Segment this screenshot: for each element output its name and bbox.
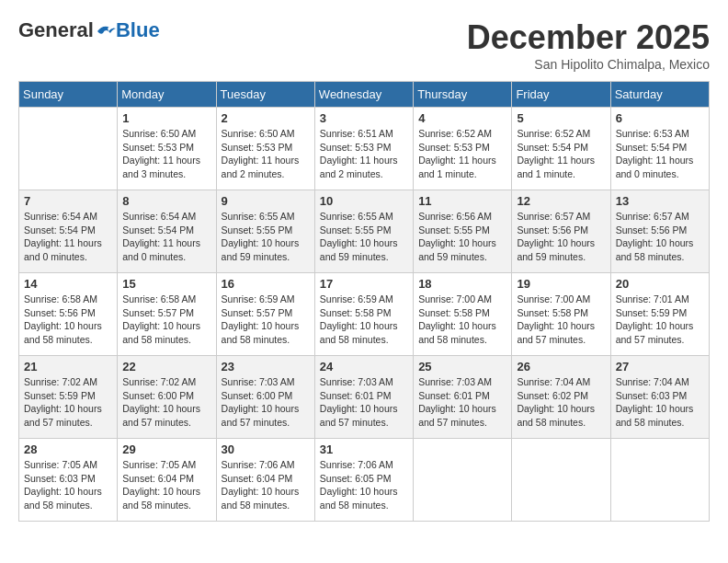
page-header: General Blue December 2025 San Hipolito …	[18, 18, 710, 72]
table-row	[19, 108, 118, 190]
col-wednesday: Wednesday	[314, 82, 413, 108]
day-number: 30	[222, 442, 310, 456]
day-info: Sunrise: 6:50 AM Sunset: 5:53 PM Dayligh…	[222, 127, 310, 181]
day-info: Sunrise: 7:05 AM Sunset: 6:03 PM Dayligh…	[24, 458, 112, 512]
day-number: 1	[122, 111, 210, 125]
calendar-week-row: 28Sunrise: 7:05 AM Sunset: 6:03 PM Dayli…	[19, 439, 710, 522]
table-row: 25Sunrise: 7:03 AM Sunset: 6:01 PM Dayli…	[414, 356, 512, 439]
col-friday: Friday	[512, 82, 610, 108]
table-row: 6Sunrise: 6:53 AM Sunset: 5:54 PM Daylig…	[610, 108, 709, 190]
day-info: Sunrise: 7:03 AM Sunset: 6:01 PM Dayligh…	[320, 375, 408, 430]
calendar-week-row: 1Sunrise: 6:50 AM Sunset: 5:53 PM Daylig…	[19, 108, 710, 190]
day-number: 19	[517, 277, 605, 291]
table-row: 7Sunrise: 6:54 AM Sunset: 5:54 PM Daylig…	[19, 190, 118, 273]
day-number: 4	[418, 111, 506, 125]
day-number: 14	[24, 277, 112, 291]
table-row: 15Sunrise: 6:58 AM Sunset: 5:57 PM Dayli…	[118, 273, 216, 356]
day-number: 2	[222, 111, 310, 125]
day-number: 20	[616, 277, 704, 291]
day-number: 27	[616, 360, 704, 373]
day-info: Sunrise: 6:55 AM Sunset: 5:55 PM Dayligh…	[222, 210, 310, 264]
table-row: 16Sunrise: 6:59 AM Sunset: 5:57 PM Dayli…	[216, 273, 314, 356]
day-info: Sunrise: 6:59 AM Sunset: 5:58 PM Dayligh…	[320, 293, 408, 347]
day-number: 23	[222, 360, 310, 373]
day-number: 15	[122, 277, 210, 291]
table-row: 13Sunrise: 6:57 AM Sunset: 5:56 PM Dayli…	[610, 190, 709, 273]
day-info: Sunrise: 7:00 AM Sunset: 5:58 PM Dayligh…	[418, 293, 506, 347]
col-saturday: Saturday	[610, 82, 709, 108]
day-number: 22	[122, 360, 210, 373]
table-row	[414, 439, 512, 522]
day-info: Sunrise: 7:02 AM Sunset: 5:59 PM Dayligh…	[24, 375, 112, 430]
table-row	[610, 439, 709, 522]
table-row: 19Sunrise: 7:00 AM Sunset: 5:58 PM Dayli…	[512, 273, 610, 356]
calendar-week-row: 21Sunrise: 7:02 AM Sunset: 5:59 PM Dayli…	[19, 356, 710, 439]
day-info: Sunrise: 6:59 AM Sunset: 5:57 PM Dayligh…	[222, 293, 310, 347]
day-info: Sunrise: 6:57 AM Sunset: 5:56 PM Dayligh…	[517, 210, 605, 264]
title-block: December 2025 San Hipolito Chimalpa, Mex…	[467, 18, 710, 72]
table-row: 10Sunrise: 6:55 AM Sunset: 5:55 PM Dayli…	[314, 190, 413, 273]
table-row: 3Sunrise: 6:51 AM Sunset: 5:53 PM Daylig…	[314, 108, 413, 190]
day-info: Sunrise: 7:01 AM Sunset: 5:59 PM Dayligh…	[616, 293, 704, 347]
day-number: 18	[418, 277, 506, 291]
col-thursday: Thursday	[414, 82, 512, 108]
day-info: Sunrise: 6:50 AM Sunset: 5:53 PM Dayligh…	[122, 127, 210, 181]
day-info: Sunrise: 6:56 AM Sunset: 5:55 PM Dayligh…	[418, 210, 506, 264]
day-number: 25	[418, 360, 506, 373]
table-row: 26Sunrise: 7:04 AM Sunset: 6:02 PM Dayli…	[512, 356, 610, 439]
day-info: Sunrise: 7:03 AM Sunset: 6:01 PM Dayligh…	[418, 375, 506, 430]
table-row: 31Sunrise: 7:06 AM Sunset: 6:05 PM Dayli…	[314, 439, 413, 522]
table-row: 8Sunrise: 6:54 AM Sunset: 5:54 PM Daylig…	[118, 190, 216, 273]
day-number: 10	[320, 194, 408, 208]
day-number: 6	[616, 111, 704, 125]
table-row: 9Sunrise: 6:55 AM Sunset: 5:55 PM Daylig…	[216, 190, 314, 273]
day-info: Sunrise: 7:00 AM Sunset: 5:58 PM Dayligh…	[517, 293, 605, 347]
day-number: 17	[320, 277, 408, 291]
day-number: 21	[24, 360, 112, 373]
day-info: Sunrise: 6:53 AM Sunset: 5:54 PM Dayligh…	[616, 127, 704, 181]
table-row	[512, 439, 610, 522]
calendar-header-row: Sunday Monday Tuesday Wednesday Thursday…	[19, 82, 710, 108]
day-number: 7	[24, 194, 112, 208]
day-info: Sunrise: 6:52 AM Sunset: 5:54 PM Dayligh…	[517, 127, 605, 181]
logo-general: General	[18, 18, 94, 42]
calendar-table: Sunday Monday Tuesday Wednesday Thursday…	[18, 81, 710, 522]
table-row: 28Sunrise: 7:05 AM Sunset: 6:03 PM Dayli…	[19, 439, 118, 522]
day-info: Sunrise: 6:51 AM Sunset: 5:53 PM Dayligh…	[320, 127, 408, 181]
table-row: 30Sunrise: 7:06 AM Sunset: 6:04 PM Dayli…	[216, 439, 314, 522]
day-info: Sunrise: 6:52 AM Sunset: 5:53 PM Dayligh…	[418, 127, 506, 181]
day-info: Sunrise: 7:06 AM Sunset: 6:05 PM Dayligh…	[320, 458, 408, 512]
day-number: 16	[222, 277, 310, 291]
day-number: 11	[418, 194, 506, 208]
day-number: 24	[320, 360, 408, 373]
day-info: Sunrise: 6:58 AM Sunset: 5:57 PM Dayligh…	[122, 293, 210, 347]
table-row: 14Sunrise: 6:58 AM Sunset: 5:56 PM Dayli…	[19, 273, 118, 356]
day-number: 26	[517, 360, 605, 373]
calendar-week-row: 14Sunrise: 6:58 AM Sunset: 5:56 PM Dayli…	[19, 273, 710, 356]
day-number: 3	[320, 111, 408, 125]
day-info: Sunrise: 6:54 AM Sunset: 5:54 PM Dayligh…	[24, 210, 112, 264]
day-number: 31	[320, 442, 408, 456]
day-info: Sunrise: 7:05 AM Sunset: 6:04 PM Dayligh…	[122, 458, 210, 512]
day-info: Sunrise: 6:55 AM Sunset: 5:55 PM Dayligh…	[320, 210, 408, 264]
table-row: 24Sunrise: 7:03 AM Sunset: 6:01 PM Dayli…	[314, 356, 413, 439]
table-row: 17Sunrise: 6:59 AM Sunset: 5:58 PM Dayli…	[314, 273, 413, 356]
day-number: 12	[517, 194, 605, 208]
month-title: December 2025	[467, 18, 710, 57]
table-row: 21Sunrise: 7:02 AM Sunset: 5:59 PM Dayli…	[19, 356, 118, 439]
day-info: Sunrise: 7:04 AM Sunset: 6:03 PM Dayligh…	[616, 375, 704, 430]
day-number: 28	[24, 442, 112, 456]
table-row: 2Sunrise: 6:50 AM Sunset: 5:53 PM Daylig…	[216, 108, 314, 190]
day-number: 13	[616, 194, 704, 208]
logo-blue: Blue	[116, 18, 160, 42]
table-row: 27Sunrise: 7:04 AM Sunset: 6:03 PM Dayli…	[610, 356, 709, 439]
col-sunday: Sunday	[19, 82, 118, 108]
table-row: 1Sunrise: 6:50 AM Sunset: 5:53 PM Daylig…	[118, 108, 216, 190]
table-row: 23Sunrise: 7:03 AM Sunset: 6:00 PM Dayli…	[216, 356, 314, 439]
logo: General Blue	[18, 18, 160, 42]
day-info: Sunrise: 7:02 AM Sunset: 6:00 PM Dayligh…	[122, 375, 210, 430]
day-info: Sunrise: 7:03 AM Sunset: 6:00 PM Dayligh…	[222, 375, 310, 430]
day-number: 8	[122, 194, 210, 208]
table-row: 5Sunrise: 6:52 AM Sunset: 5:54 PM Daylig…	[512, 108, 610, 190]
table-row: 22Sunrise: 7:02 AM Sunset: 6:00 PM Dayli…	[118, 356, 216, 439]
